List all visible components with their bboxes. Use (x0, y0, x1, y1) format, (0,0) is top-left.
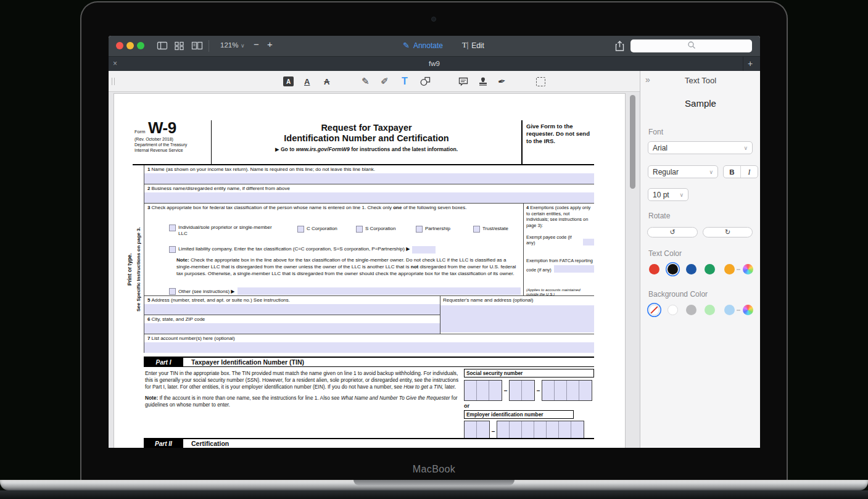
strikethrough-text-icon[interactable]: A (324, 76, 329, 87)
new-tab-button[interactable]: + (748, 59, 753, 68)
rotate-cw-button[interactable]: ↻ (703, 227, 753, 237)
font-section-label: Font (648, 128, 663, 136)
text-color-black-selected[interactable] (668, 264, 678, 274)
vertical-scrollbar[interactable] (630, 95, 635, 189)
comment-tool-icon[interactable] (458, 76, 469, 87)
macbook-floor-shadow (0, 490, 868, 499)
tabbar-divider (743, 57, 743, 72)
rotate-ccw-button[interactable]: ↺ (647, 227, 698, 237)
macbook-label: MacBook (80, 464, 788, 475)
account-numbers-field[interactable] (144, 342, 594, 353)
requester-field[interactable] (440, 305, 594, 332)
zoom-window-button[interactable] (137, 42, 144, 49)
share-button[interactable] (614, 40, 625, 54)
text-tool-sidebar: » Text Tool Sample Font Arial ∨ Regular … (640, 71, 760, 448)
text-color-section-label: Text Color (648, 249, 682, 258)
bold-button[interactable]: B (724, 166, 741, 178)
tab-annotate[interactable]: ✎ Annotate (403, 41, 443, 50)
other-field[interactable] (238, 287, 521, 295)
close-window-button[interactable] (116, 42, 123, 49)
checkbox-box[interactable] (297, 226, 304, 233)
checkbox-individual[interactable]: Individual/sole proprietor or single-mem… (169, 225, 274, 236)
name-field[interactable] (144, 173, 594, 184)
search-icon (687, 41, 696, 52)
screenshot-stage: MacBook 121% ∨ − + ✎ Annot (0, 0, 868, 499)
zoom-out-button[interactable]: − (254, 39, 259, 49)
fatca-code-field[interactable] (554, 265, 594, 273)
toolbar-drag-handle[interactable] (112, 78, 115, 85)
minimize-window-button[interactable] (126, 42, 134, 49)
tab-title[interactable]: fw9 (109, 60, 760, 67)
zoom-level[interactable]: 121% (220, 41, 238, 49)
search-input[interactable] (630, 39, 752, 52)
checkbox-llc[interactable]: Limited liability company. Enter the tax… (169, 246, 521, 254)
tabbar: × fw9 + (109, 56, 760, 71)
checkbox-trust-estate[interactable]: Trust/estate (473, 226, 508, 233)
zoom-chevron-icon: ∨ (241, 43, 245, 49)
text-color-green[interactable] (705, 264, 715, 274)
rotate-cw-icon: ↻ (725, 228, 730, 236)
shapes-tool-icon[interactable] (420, 76, 431, 87)
form-row-5-6: 5Address (number, street, and apt. or su… (144, 296, 594, 334)
business-name-field[interactable] (144, 192, 594, 203)
annotate-label: Annotate (413, 41, 443, 50)
pdf-page[interactable]: Print or type. See Specific Instructions… (114, 94, 625, 448)
llc-classification-field[interactable] (412, 246, 436, 254)
thumbnail-view-icon[interactable] (174, 41, 184, 53)
form-row-2: 2Business name/disregarded entity name, … (144, 184, 594, 204)
chevron-down-icon: ∨ (679, 192, 684, 198)
two-page-view-icon[interactable] (191, 41, 203, 53)
edit-label: Edit (471, 41, 484, 50)
pencil-tool-icon[interactable]: ✎ (362, 76, 370, 87)
checkbox-partnership[interactable]: Partnership (416, 226, 450, 233)
text-color-orange[interactable] (724, 264, 735, 274)
form-header-left: Form W-9 (Rev. October 2018) Department … (133, 120, 212, 164)
checkbox-box[interactable] (356, 226, 363, 233)
text-color-red[interactable] (649, 264, 659, 274)
marker-tool-icon[interactable]: ✐ (381, 76, 389, 87)
font-style-select[interactable]: Regular ∨ (648, 165, 718, 178)
checkbox-box[interactable] (416, 226, 423, 233)
city-state-zip-field[interactable] (144, 323, 440, 334)
tab-edit[interactable]: T| Edit (462, 41, 484, 50)
highlight-text-icon[interactable]: A (283, 76, 294, 87)
checkbox-box[interactable] (169, 246, 176, 253)
print-or-type-note: Print or type. (126, 202, 133, 337)
background-color-light-green[interactable] (705, 305, 715, 315)
checkbox-other[interactable]: Other (see instructions) ▶ (169, 287, 521, 295)
background-color-none-selected[interactable] (649, 305, 659, 315)
checkbox-box[interactable] (169, 288, 176, 295)
exempt-payee-field[interactable] (583, 239, 594, 245)
zoom-in-button[interactable]: + (267, 39, 273, 49)
form-row-7: 7List account number(s) here (optional) (144, 334, 594, 353)
ssn-boxes[interactable]: – – (464, 380, 594, 401)
text-tool-icon[interactable]: T (402, 76, 408, 87)
checkbox-box[interactable] (169, 225, 176, 231)
signature-tool-icon[interactable]: ✒ (497, 75, 506, 88)
select-tool-icon[interactable] (536, 76, 545, 87)
rotate-section-label: Rotate (648, 212, 670, 220)
requester-section: Requester's name and address (optional) (440, 296, 594, 334)
background-color-white[interactable] (668, 305, 678, 315)
bold-italic-group: B I (723, 165, 758, 178)
font-family-select[interactable]: Arial ∨ (648, 141, 753, 154)
checkbox-c-corporation[interactable]: C Corporation (297, 226, 337, 233)
address-field[interactable] (144, 304, 440, 315)
stamp-tool-icon[interactable] (477, 76, 489, 87)
see-instructions-note: See Specific Instructions on page 3. (136, 202, 141, 337)
swatch-connector (737, 269, 740, 270)
background-color-wheel[interactable] (743, 305, 753, 315)
form-row-1: 1Name (as shown on your income tax retur… (144, 165, 594, 184)
text-color-blue[interactable] (686, 264, 696, 274)
checkbox-box[interactable] (473, 226, 480, 233)
background-color-light-blue[interactable] (724, 305, 735, 315)
sidebar-view-icon[interactable] (157, 41, 168, 53)
llc-note: Note: Check the appropriate box in the l… (176, 257, 521, 277)
background-color-gray[interactable] (686, 305, 696, 315)
underline-text-icon[interactable]: A (304, 76, 310, 87)
checkbox-s-corporation[interactable]: S Corporation (356, 226, 395, 233)
italic-button[interactable]: I (741, 166, 758, 178)
font-size-select[interactable]: 10 pt ∨ (648, 188, 688, 201)
text-color-wheel[interactable] (743, 264, 753, 274)
tin-section: Social security number – – or Employer i… (464, 369, 594, 442)
